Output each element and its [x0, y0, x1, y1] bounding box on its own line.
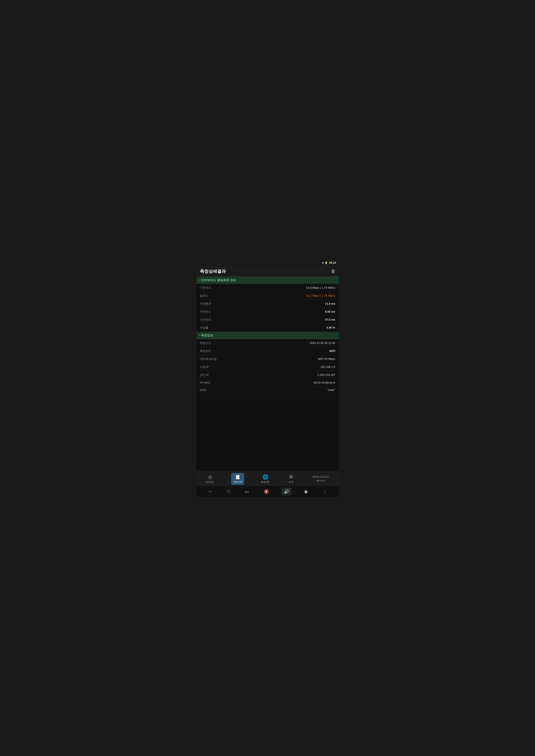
results-icon: 📋	[235, 474, 240, 480]
value-measurement-time: 2014.12.08 20:12:42	[309, 341, 335, 344]
nav-quality-label: 품질변환	[261, 480, 269, 483]
vendor-icon: BENCHMARC	[313, 475, 329, 478]
row-latency-avg: 지연평균 11.4 ms	[196, 300, 339, 308]
system-nav: ← □ ▭ 🔇 🔊 ◉ ⋮	[196, 486, 339, 497]
delete-button[interactable]: 🗑	[331, 269, 335, 274]
value-latency-avg: 11.4 ms	[325, 302, 335, 305]
row-private-ip: 사설 IP 192.168.1.6	[196, 363, 339, 371]
label-public-ip: 공인 IP	[200, 373, 209, 377]
section-internet-quality-header: • 인터넷속도 품질측정 정보	[196, 277, 339, 284]
label-ap-mac: AP MAC	[200, 381, 211, 384]
wifi-icon: ▾	[322, 261, 324, 264]
label-network-type: 네트워크타입	[200, 357, 217, 361]
label-packet-loss: 손실률	[200, 326, 208, 330]
device-frame: ▾ 🔋 20:13 측정상세결과 🗑 • 인터넷속도 품질측정 정보 다운로드 …	[196, 259, 339, 497]
section-measurement-info-header: • 측정정보	[196, 332, 339, 339]
row-measurement-time: 측정시간 2014.12.08 20:12:42	[196, 339, 339, 347]
status-bar: ▾ 🔋 20:13	[196, 259, 339, 266]
value-measurement-mode: WIFI	[329, 349, 335, 353]
nav-settings[interactable]: ⚙ 설 정	[286, 473, 296, 485]
value-ap-mac: 08:10:76:89:cb:1f	[314, 381, 335, 384]
row-network-type: 네트워크타입 WIFI 65 Mbps	[196, 355, 339, 363]
label-upload: 업로드	[200, 294, 208, 298]
nav-quality[interactable]: 🌐 품질변환	[259, 473, 272, 485]
label-latency-min: 지연최소	[200, 310, 211, 314]
value-private-ip: 192.168.1.6	[321, 365, 335, 368]
title-bar: 측정상세결과 🗑	[196, 266, 339, 277]
menu-button[interactable]: ⋮	[321, 488, 329, 495]
empty-space	[196, 394, 339, 472]
speed-test-icon: ◎	[208, 474, 212, 480]
value-upload: 22.1 Mbps ( 2.76 MB/s)	[306, 294, 335, 297]
value-latency-max: 37.0 ms	[325, 318, 335, 321]
label-measurement-time: 측정시간	[200, 341, 211, 345]
recent-button[interactable]: ▭	[242, 488, 251, 495]
back-button[interactable]: ←	[206, 488, 214, 495]
settings-icon: ⚙	[289, 474, 293, 480]
status-time: 20:13	[329, 261, 336, 264]
row-latency-min: 지연최소 6.00 ms	[196, 308, 339, 316]
value-download: 13.9 Mbps ( 1.74 MB/s)	[306, 286, 335, 289]
row-measurement-mode: 측정모드 WIFI	[196, 347, 339, 355]
vol-down-button[interactable]: 🔇	[262, 488, 271, 495]
battery-icon: 🔋	[324, 261, 328, 264]
vol-up-button[interactable]: 🔊	[282, 488, 291, 495]
value-packet-loss: 0.00 %	[326, 326, 335, 329]
nav-vendor[interactable]: BENCHMARC 벤더소개	[310, 474, 331, 483]
label-private-ip: 사설 IP	[200, 365, 209, 369]
nav-speed-test[interactable]: ◎ 동심측성	[204, 473, 216, 485]
nav-vendor-label: 벤더소개	[317, 479, 325, 482]
bottom-nav: ◎ 동심측성 📋 측정이력 🌐 품질변환 ⚙ 설 정 BENCHMARC 벤더소…	[196, 472, 339, 486]
value-latency-min: 6.00 ms	[325, 310, 335, 313]
status-icons: ▾ 🔋 20:13	[322, 261, 336, 264]
label-latency-max: 지연최대	[200, 318, 211, 322]
row-ap-mac: AP MAC 08:10:76:89:cb:1f	[196, 379, 339, 387]
nav-speed-test-label: 동심측성	[206, 480, 214, 483]
page-title: 측정상세결과	[200, 268, 226, 274]
label-latency-avg: 지연평균	[200, 302, 211, 306]
row-ssid: SSID "netis"	[196, 387, 339, 394]
content-area: • 인터넷속도 품질측정 정보 다운로드 13.9 Mbps ( 1.74 MB…	[196, 277, 339, 472]
value-ssid: "netis"	[327, 388, 335, 392]
row-public-ip: 공인 IP 1.245.233.187	[196, 371, 339, 379]
nav-results-label: 측정이력	[233, 480, 242, 483]
row-latency-max: 지연최대 37.0 ms	[196, 316, 339, 324]
label-measurement-mode: 측정모드	[200, 349, 211, 353]
screenshot-button[interactable]: ◉	[302, 488, 310, 495]
row-upload: 업로드 22.1 Mbps ( 2.76 MB/s)	[196, 292, 339, 300]
label-ssid: SSID	[200, 388, 206, 392]
label-download: 다운로드	[200, 286, 211, 290]
row-download: 다운로드 13.9 Mbps ( 1.74 MB/s)	[196, 284, 339, 292]
nav-settings-label: 설 정	[289, 480, 294, 483]
home-button[interactable]: □	[225, 488, 232, 495]
value-public-ip: 1.245.233.187	[317, 373, 335, 376]
value-network-type: WIFI 65 Mbps	[318, 357, 335, 361]
quality-icon: 🌐	[263, 474, 268, 480]
row-packet-loss: 손실률 0.00 %	[196, 324, 339, 332]
nav-results[interactable]: 📋 측정이력	[231, 473, 244, 485]
